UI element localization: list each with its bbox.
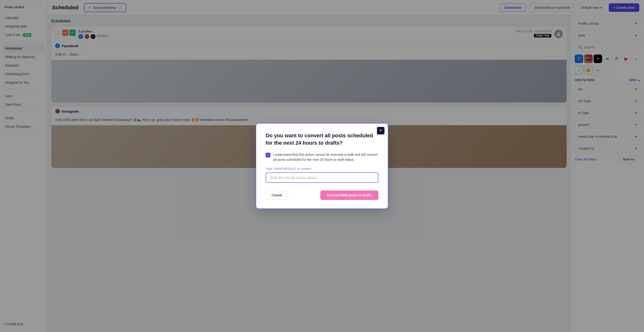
convert-to-drafts-button[interactable]: Convert 8998 posts to drafts — [320, 191, 378, 200]
close-icon: × — [380, 128, 382, 133]
modal-checkbox[interactable]: ✓ — [266, 153, 270, 157]
modal-close-button[interactable]: × — [377, 127, 384, 134]
modal-checkbox-text: I understand that this action cannot be … — [273, 152, 378, 162]
security-phrase-input[interactable] — [266, 173, 378, 183]
modal-actions: Cancel Convert 8998 posts to drafts — [266, 191, 378, 200]
modal-overlay[interactable]: × Do you want to convert all posts sched… — [0, 0, 644, 332]
modal-confirm-label: Type "UNSCHEDULE" to confirm: — [266, 167, 378, 171]
convert-to-drafts-modal: × Do you want to convert all posts sched… — [256, 123, 388, 209]
modal-checkbox-row: ✓ I understand that this action cannot b… — [266, 152, 378, 162]
modal-title: Do you want to convert all posts schedul… — [266, 132, 378, 147]
cancel-button[interactable]: Cancel — [266, 191, 288, 200]
